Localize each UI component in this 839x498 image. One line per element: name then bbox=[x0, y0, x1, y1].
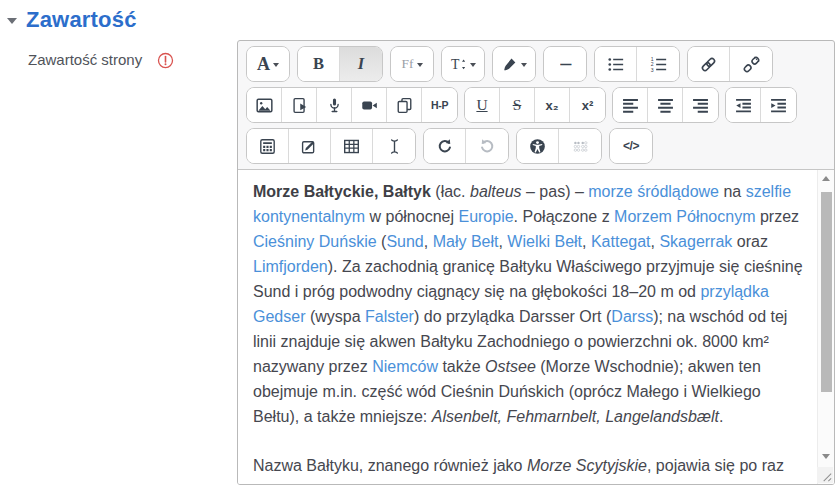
ol-list-icon bbox=[650, 56, 667, 73]
toolbar-button-group bbox=[423, 128, 509, 164]
content-link[interactable]: morze śródlądowe bbox=[588, 183, 719, 200]
content-text-run: przez bbox=[755, 208, 799, 225]
char-cursor-icon bbox=[386, 138, 403, 155]
subscript-button[interactable]: x₂ bbox=[535, 88, 570, 122]
record-video-button[interactable] bbox=[352, 88, 387, 122]
content-link[interactable]: Limfjorden bbox=[253, 258, 328, 275]
content-link[interactable]: Cieśniny Duńskie bbox=[253, 233, 377, 250]
bold-button-glyph: B bbox=[313, 56, 324, 73]
content-text-run: Langelandsbælt bbox=[605, 408, 719, 425]
ordered-list-button[interactable] bbox=[637, 47, 679, 81]
record-audio-button[interactable] bbox=[317, 88, 352, 122]
scrollbar-down-arrow-icon[interactable] bbox=[822, 454, 830, 459]
editor-content-area[interactable]: Morze Bałtyckie, Bałtyk (łac. balteus – … bbox=[238, 170, 817, 484]
editor-content-wrap: Morze Bałtyckie, Bałtyk (łac. balteus – … bbox=[238, 169, 834, 484]
text-color-button[interactable] bbox=[493, 47, 535, 81]
screenreader-helper-button[interactable] bbox=[559, 129, 601, 163]
accessibility-icon bbox=[529, 138, 546, 155]
redo-button[interactable] bbox=[466, 129, 508, 163]
font-family-button-glyph: Ff bbox=[401, 57, 413, 71]
undo-button[interactable] bbox=[424, 129, 466, 163]
content-link[interactable]: Niemców bbox=[372, 358, 438, 375]
toolbar-button-group: H-P bbox=[246, 87, 458, 123]
superscript-button[interactable]: x² bbox=[570, 88, 605, 122]
align-right-button[interactable] bbox=[683, 88, 718, 122]
content-link[interactable]: Skagerrak bbox=[659, 233, 732, 250]
outdent-button[interactable] bbox=[726, 88, 761, 122]
bold-button[interactable]: B bbox=[298, 47, 340, 81]
indent-button[interactable] bbox=[761, 88, 796, 122]
strikethrough-button-glyph: S bbox=[513, 97, 522, 113]
manage-files-button[interactable] bbox=[387, 88, 422, 122]
section-title[interactable]: Zawartość bbox=[26, 7, 137, 33]
toolbar-row: </> bbox=[246, 128, 826, 164]
content-link[interactable]: Europie bbox=[458, 208, 513, 225]
html-code-button-glyph: </> bbox=[623, 140, 639, 152]
unordered-list-button[interactable] bbox=[595, 47, 637, 81]
table-button[interactable] bbox=[331, 129, 373, 163]
braille-icon bbox=[572, 138, 589, 155]
content-text-run: Alsenbelt bbox=[432, 408, 498, 425]
insert-media-button[interactable] bbox=[282, 88, 317, 122]
link-button[interactable] bbox=[688, 47, 730, 81]
h5p-button[interactable]: H-P bbox=[422, 88, 457, 122]
italic-button[interactable]: I bbox=[340, 47, 382, 81]
insert-image-button[interactable] bbox=[247, 88, 282, 122]
content-text-run: w północnej bbox=[365, 208, 458, 225]
content-text-run: . Na bbox=[621, 482, 655, 484]
content-link[interactable]: Falster bbox=[365, 308, 414, 325]
align-left-button[interactable] bbox=[613, 88, 648, 122]
h5p-button-glyph: H-P bbox=[431, 100, 448, 111]
undo-icon bbox=[436, 138, 453, 155]
toolbar-button-group bbox=[594, 46, 680, 82]
content-text-run: (łac. bbox=[431, 183, 470, 200]
microphone-icon bbox=[326, 97, 343, 114]
unlink-button[interactable] bbox=[730, 47, 772, 81]
accessibility-checker-button[interactable] bbox=[517, 129, 559, 163]
resize-grip-icon[interactable] bbox=[817, 467, 833, 483]
atto-editor: ABIFf—H-PUSx₂x²</> Morze Bałtyckie, Bałt… bbox=[237, 40, 835, 485]
content-link[interactable]: Morzem Północnym bbox=[614, 208, 755, 225]
toolbar-button-group: </> bbox=[609, 128, 653, 164]
link-icon bbox=[700, 56, 717, 73]
content-text-run: , bbox=[498, 233, 507, 250]
horizontal-rule-button[interactable]: — bbox=[544, 47, 586, 81]
content-text-run: (wyspa bbox=[305, 308, 365, 325]
dropdown-caret-icon bbox=[470, 63, 476, 67]
underline-button[interactable]: U bbox=[465, 88, 500, 122]
content-link[interactable]: Mały Bełt bbox=[433, 233, 499, 250]
special-character-button[interactable] bbox=[373, 129, 415, 163]
content-link[interactable]: Sund bbox=[386, 233, 423, 250]
italic-button-glyph: I bbox=[358, 56, 364, 73]
content-text-run: , bbox=[424, 233, 433, 250]
scrollbar-up-arrow-icon[interactable] bbox=[822, 176, 830, 181]
content-link[interactable]: Kattegat bbox=[591, 233, 651, 250]
ul-list-icon bbox=[607, 56, 624, 73]
content-link[interactable]: Adama z Bremy bbox=[508, 482, 621, 484]
content-text-run: ( bbox=[377, 233, 387, 250]
section-header-zawartosc[interactable]: Zawartość bbox=[0, 0, 839, 33]
files-icon bbox=[396, 97, 413, 114]
scrollbar[interactable] bbox=[817, 170, 834, 484]
content-paragraph: Morze Bałtyckie, Bałtyk (łac. balteus – … bbox=[253, 179, 803, 429]
paragraph-styles-button[interactable]: A bbox=[247, 47, 289, 81]
video-camera-icon bbox=[361, 97, 378, 114]
chevron-down-icon[interactable] bbox=[7, 18, 17, 24]
content-link[interactable]: Darss bbox=[611, 308, 653, 325]
align-center-button[interactable] bbox=[648, 88, 683, 122]
font-family-button[interactable]: Ff bbox=[391, 47, 433, 81]
toolbar-button-group bbox=[441, 46, 485, 82]
content-text-run: Nazwa Bałtyku, znanego również jako bbox=[253, 457, 527, 474]
font-size-button[interactable] bbox=[442, 47, 484, 81]
content-link[interactable]: Wielki Bełt bbox=[507, 233, 582, 250]
chemistry-button[interactable] bbox=[289, 129, 331, 163]
scrollbar-thumb[interactable] bbox=[821, 192, 832, 392]
strikethrough-button[interactable]: S bbox=[500, 88, 535, 122]
content-text-run: Ostsee bbox=[485, 358, 536, 375]
equation-button[interactable] bbox=[247, 129, 289, 163]
image-icon bbox=[256, 97, 273, 114]
content-link[interactable]: Mapie Morskiej bbox=[655, 482, 763, 484]
html-code-button[interactable]: </> bbox=[610, 129, 652, 163]
page-form: Zawartość Zawartość strony ABIFf—H-PUSx₂… bbox=[0, 0, 839, 498]
scrollbar-track[interactable] bbox=[821, 184, 832, 451]
